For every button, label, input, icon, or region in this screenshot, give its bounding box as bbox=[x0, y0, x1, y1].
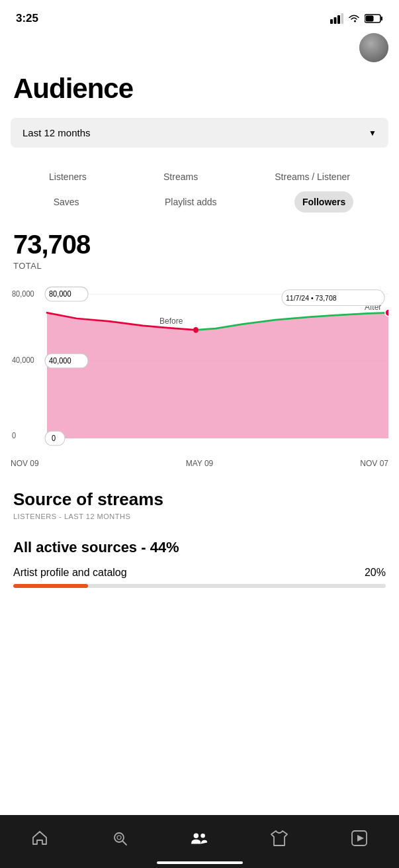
shirt-icon bbox=[270, 829, 288, 847]
status-bar: 3:25 bbox=[0, 0, 399, 33]
svg-text:11/7/24 • 73,708: 11/7/24 • 73,708 bbox=[286, 294, 337, 302]
svg-point-29 bbox=[194, 834, 199, 838]
svg-point-15 bbox=[385, 309, 388, 316]
chevron-down-icon: ▼ bbox=[369, 128, 377, 138]
svg-point-14 bbox=[193, 327, 199, 333]
svg-rect-3 bbox=[341, 13, 344, 24]
tab-streams-listener[interactable]: Streams / Listener bbox=[267, 166, 358, 187]
svg-text:80,000: 80,000 bbox=[49, 290, 71, 298]
home-indicator bbox=[157, 861, 243, 864]
x-label-mid: MAY 09 bbox=[186, 459, 214, 468]
source-pct: 20% bbox=[365, 567, 386, 579]
audience-icon bbox=[190, 829, 208, 847]
time-range-dropdown[interactable]: Last 12 months ▼ bbox=[11, 118, 388, 148]
svg-text:Before: Before bbox=[159, 316, 183, 326]
total-number: 73,708 bbox=[13, 230, 386, 260]
svg-text:40,000: 40,000 bbox=[49, 357, 71, 365]
nav-item-merch[interactable] bbox=[270, 829, 288, 847]
avatar-image bbox=[359, 33, 388, 62]
source-name: Artist profile and catalog bbox=[13, 567, 127, 579]
all-active-sources-title: All active sources - 44% bbox=[0, 534, 399, 567]
total-label: TOTAL bbox=[13, 261, 386, 271]
svg-marker-32 bbox=[357, 835, 364, 842]
status-icons bbox=[330, 13, 383, 24]
wifi-icon bbox=[347, 13, 361, 24]
svg-text:80,000: 80,000 bbox=[12, 290, 34, 298]
svg-line-28 bbox=[122, 841, 126, 845]
status-time: 3:25 bbox=[16, 12, 38, 25]
search-icon bbox=[111, 829, 129, 847]
metric-tabs: Listeners Streams Streams / Listener Sav… bbox=[0, 161, 399, 213]
tabs-row-1: Listeners Streams Streams / Listener bbox=[11, 166, 388, 187]
signal-icon bbox=[330, 13, 343, 24]
dropdown-label: Last 12 months bbox=[22, 127, 91, 138]
x-label-start: NOV 09 bbox=[11, 459, 39, 468]
tab-listeners[interactable]: Listeners bbox=[41, 166, 95, 187]
svg-point-27 bbox=[117, 836, 121, 840]
svg-marker-13 bbox=[47, 313, 388, 438]
source-of-streams-subtitle: LISTENERS - LAST 12 MONTHS bbox=[0, 512, 399, 534]
source-row-artist-profile: Artist profile and catalog 20% bbox=[0, 567, 399, 588]
svg-point-30 bbox=[201, 834, 206, 838]
header-area bbox=[0, 33, 399, 62]
tabs-row-2: Saves Playlist adds Followers bbox=[11, 191, 388, 213]
nav-item-audience[interactable] bbox=[190, 829, 208, 847]
page-title: Audience bbox=[0, 62, 399, 118]
time-range-dropdown-container: Last 12 months ▼ bbox=[11, 118, 388, 148]
svg-rect-5 bbox=[381, 17, 383, 21]
nav-item-play[interactable] bbox=[350, 829, 369, 847]
chart-container: 80,000 40,000 0 Before After 11/7/24 • 7… bbox=[11, 284, 388, 456]
tab-playlist-adds[interactable]: Playlist adds bbox=[157, 191, 225, 213]
home-icon bbox=[30, 829, 49, 847]
battery-icon bbox=[365, 13, 383, 24]
x-axis-labels: NOV 09 MAY 09 NOV 07 bbox=[0, 456, 399, 468]
tab-saves[interactable]: Saves bbox=[46, 191, 87, 213]
svg-text:0: 0 bbox=[12, 432, 16, 440]
play-icon bbox=[350, 829, 369, 847]
tab-streams[interactable]: Streams bbox=[155, 166, 206, 187]
svg-rect-0 bbox=[330, 19, 333, 24]
followers-chart: 80,000 40,000 0 Before After 11/7/24 • 7… bbox=[11, 284, 388, 456]
svg-rect-1 bbox=[334, 17, 337, 24]
source-row-header: Artist profile and catalog 20% bbox=[13, 567, 386, 579]
stats-container: 73,708 TOTAL bbox=[0, 217, 399, 276]
nav-item-home[interactable] bbox=[30, 829, 49, 847]
tab-followers[interactable]: Followers bbox=[294, 191, 353, 213]
svg-text:0: 0 bbox=[52, 434, 56, 442]
avatar[interactable] bbox=[359, 33, 388, 62]
svg-text:40,000: 40,000 bbox=[12, 356, 34, 364]
svg-rect-6 bbox=[366, 16, 374, 22]
svg-rect-2 bbox=[337, 15, 340, 24]
nav-item-search[interactable] bbox=[111, 829, 129, 847]
x-label-end: NOV 07 bbox=[360, 459, 388, 468]
source-of-streams-title: Source of streams bbox=[0, 468, 399, 512]
bottom-nav bbox=[0, 815, 399, 868]
